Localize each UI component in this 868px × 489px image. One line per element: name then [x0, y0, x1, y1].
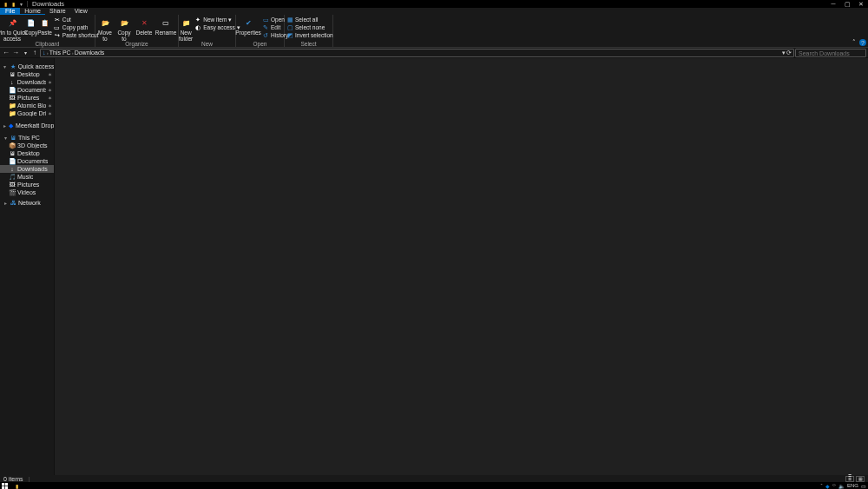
new-item-button[interactable]: ✦New item▾: [193, 16, 242, 23]
pin-to-quick-access-button[interactable]: 📌 Pin to Quick access: [0, 16, 24, 42]
tray-arrow-icon[interactable]: ˄: [820, 483, 823, 489]
this-pc-label: This PC: [18, 135, 40, 141]
delete-icon: ✕: [138, 17, 150, 29]
search-input[interactable]: [796, 50, 865, 56]
this-pc-item[interactable]: ↓Downloads: [0, 165, 54, 173]
new-folder-icon: 📁: [180, 17, 192, 29]
downloads-location-icon: ↓: [43, 49, 46, 56]
expand-icon[interactable]: ▾: [3, 63, 8, 69]
cut-button[interactable]: ✂Cut: [52, 16, 101, 23]
qat-folder-icon[interactable]: ▮: [10, 1, 16, 8]
navigation-pane: ▾ ★ Quick access 🖥Desktop✶↓Downloads✶📄Do…: [0, 58, 55, 475]
chevron-icon[interactable]: ›: [72, 50, 74, 56]
quick-access-item[interactable]: 📁Atomic Blonde (✶: [0, 102, 54, 109]
address-bar[interactable]: ↓ › This PC › Downloads ▾ ⟳: [40, 49, 794, 57]
details-view-button[interactable]: ≣: [845, 476, 854, 482]
paste-button[interactable]: 📋 Paste: [37, 16, 52, 36]
qat-dropdown-icon[interactable]: ▾: [17, 1, 24, 8]
this-pc-item[interactable]: 🖼Pictures: [0, 181, 54, 188]
copy-to-button[interactable]: 📂Copy to: [115, 16, 134, 42]
move-to-button[interactable]: 📂Move to: [95, 16, 115, 42]
address-dropdown-button[interactable]: ▾: [782, 50, 786, 56]
copy-to-icon: 📂: [118, 17, 130, 29]
chevron-icon[interactable]: ›: [47, 50, 49, 56]
item-icon: 📄: [9, 87, 16, 94]
tray-security-icon[interactable]: ◆: [825, 483, 830, 489]
this-pc-item[interactable]: 🎬Videos: [0, 188, 54, 196]
cut-label: Cut: [62, 17, 71, 23]
up-button[interactable]: ↑: [30, 49, 39, 57]
tray-action-center-icon[interactable]: ▭: [861, 483, 866, 489]
expand-icon[interactable]: ▸: [3, 200, 8, 206]
help-button[interactable]: ?: [859, 39, 866, 46]
this-pc-item[interactable]: 📦3D Objects: [0, 142, 54, 149]
content-area[interactable]: [55, 58, 868, 475]
expand-icon[interactable]: ▾: [3, 135, 8, 141]
item-icon: 🎬: [9, 189, 16, 196]
minimize-button[interactable]: ─: [826, 0, 840, 8]
copy-path-button[interactable]: ▭Copy path: [52, 23, 101, 31]
search-box[interactable]: [795, 49, 866, 57]
quick-access-item[interactable]: 🖥Desktop✶: [0, 70, 54, 78]
item-label: Documents: [17, 158, 48, 164]
copy-path-label: Copy path: [62, 24, 89, 30]
expand-icon[interactable]: ▸: [3, 122, 7, 129]
tab-file[interactable]: File: [0, 8, 20, 15]
forward-button[interactable]: →: [11, 49, 20, 57]
tray-network-icon[interactable]: ⌔: [832, 483, 836, 488]
properties-button[interactable]: ✔Properties: [236, 16, 260, 36]
explorer-app-icon: ▮: [2, 1, 9, 8]
quick-access-item[interactable]: ↓Downloads✶: [0, 78, 54, 86]
paste-shortcut-button[interactable]: ↪Paste shortcut: [52, 31, 101, 39]
close-button[interactable]: ✕: [854, 0, 868, 8]
icons-view-button[interactable]: ▦: [856, 476, 865, 482]
this-pc-item[interactable]: 🎵Music: [0, 173, 54, 181]
item-label: Pictures: [17, 182, 39, 188]
select-all-icon: ▦: [286, 17, 293, 23]
svg-rect-0: [2, 483, 4, 486]
item-icon: 📄: [9, 158, 16, 165]
collapse-ribbon-button[interactable]: ˄: [851, 39, 858, 46]
star-icon: ★: [10, 63, 16, 70]
refresh-button[interactable]: ⟳: [786, 50, 792, 56]
rename-button[interactable]: ▭Rename: [155, 16, 177, 36]
taskbar-explorer-button[interactable]: ▮: [10, 482, 23, 489]
quick-access-item[interactable]: 🖼Pictures✶: [0, 94, 54, 102]
this-pc-item[interactable]: 🖥Desktop: [0, 149, 54, 157]
select-all-button[interactable]: ▦Select all: [285, 16, 335, 23]
network-node[interactable]: ▸ 🖧 Network: [0, 199, 54, 207]
back-button[interactable]: ←: [2, 49, 10, 57]
copy-button[interactable]: 📄 Copy: [24, 16, 37, 36]
tab-share[interactable]: Share: [45, 8, 70, 15]
item-icon: 🖼: [9, 182, 16, 188]
delete-button[interactable]: ✕Delete: [134, 16, 155, 36]
start-button[interactable]: [0, 482, 9, 489]
dropbox-icon: ◆: [9, 122, 14, 129]
cut-icon: ✂: [54, 17, 61, 23]
taskbar: ▮ ˄ ◆ ⌔ 🔈 ENG ▭: [0, 482, 868, 489]
tray-volume-icon[interactable]: 🔈: [838, 483, 845, 489]
rename-icon: ▭: [160, 17, 172, 29]
folder-icon: ▮: [16, 483, 18, 489]
invert-selection-button[interactable]: ◩Invert selection: [285, 31, 335, 39]
pin-icon: ✶: [48, 71, 52, 77]
new-folder-button[interactable]: 📁New folder: [179, 16, 193, 42]
quick-access-item[interactable]: 📄Documents✶: [0, 86, 54, 94]
copy-to-label: Copy to: [117, 30, 130, 42]
this-pc-item[interactable]: 📄Documents: [0, 157, 54, 165]
quick-access-item[interactable]: 📁Google Drive✶: [0, 109, 54, 117]
quick-access-node[interactable]: ▾ ★ Quick access: [0, 63, 54, 70]
select-none-button[interactable]: ▢Select none: [285, 23, 335, 31]
breadcrumb-thispc[interactable]: This PC: [49, 50, 71, 56]
maximize-button[interactable]: ▢: [840, 0, 854, 8]
dropbox-node[interactable]: ▸ ◆ Meerkatt Dropbox: [0, 122, 54, 129]
item-icon: ↓: [9, 166, 16, 173]
breadcrumb-downloads[interactable]: Downloads: [75, 50, 105, 56]
tab-home[interactable]: Home: [20, 8, 45, 15]
copy-icon: 📄: [25, 17, 37, 29]
this-pc-node[interactable]: ▾ 🖥 This PC: [0, 134, 54, 142]
tray-language[interactable]: ENG: [847, 483, 858, 488]
item-icon: ↓: [9, 79, 16, 86]
tab-view[interactable]: View: [70, 8, 92, 15]
recent-locations-button[interactable]: ▾: [21, 49, 30, 57]
